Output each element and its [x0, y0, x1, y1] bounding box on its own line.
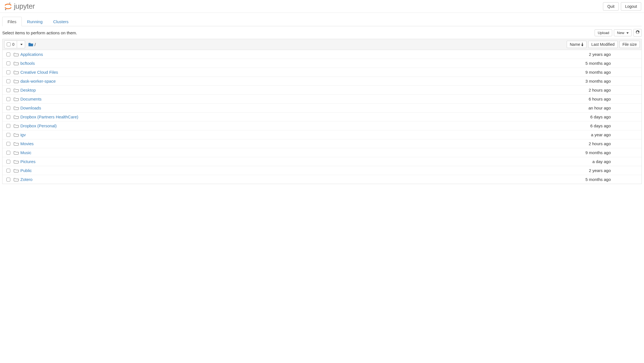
list-header: 0 / Name Last Modified File size — [2, 39, 642, 50]
file-name-link[interactable]: Documents — [20, 97, 558, 101]
file-modified: 6 days ago — [558, 114, 614, 119]
folder-outline-icon — [14, 88, 20, 92]
arrow-down-icon — [581, 43, 583, 46]
row-checkbox[interactable] — [6, 133, 14, 137]
row-checkbox[interactable] — [6, 160, 14, 164]
tab-clusters[interactable]: Clusters — [48, 17, 74, 26]
row-checkbox[interactable] — [6, 142, 14, 146]
row-checkbox[interactable] — [6, 169, 14, 173]
select-all-group: 0 — [4, 40, 25, 48]
col-size-label: File size — [623, 42, 637, 47]
row-checkbox[interactable] — [6, 97, 14, 101]
checkbox-icon — [6, 169, 10, 173]
file-modified: 6 days ago — [558, 123, 614, 128]
sort-size-button[interactable]: File size — [619, 41, 640, 48]
tab-files[interactable]: Files — [2, 17, 22, 26]
file-name-link[interactable]: dask-worker-space — [20, 79, 558, 83]
header: jupyter Quit Logout — [0, 0, 644, 13]
folder-outline-icon — [14, 142, 20, 146]
file-modified: 5 months ago — [558, 61, 614, 66]
folder-outline-icon — [14, 70, 20, 74]
refresh-button[interactable] — [633, 29, 642, 37]
new-dropdown[interactable]: New — [614, 29, 632, 36]
file-modified: 9 months ago — [558, 70, 614, 75]
tab-running[interactable]: Running — [22, 17, 48, 26]
folder-outline-icon — [14, 52, 20, 56]
folder-outline-icon — [14, 115, 20, 119]
file-row: igva year ago — [3, 130, 641, 139]
breadcrumb-root: / — [35, 42, 36, 47]
row-checkbox[interactable] — [6, 61, 14, 65]
row-checkbox[interactable] — [6, 151, 14, 155]
selection-hint: Select items to perform actions on them. — [2, 30, 77, 35]
row-checkbox[interactable] — [6, 106, 14, 110]
breadcrumb[interactable]: / — [28, 42, 36, 47]
checkbox-icon — [6, 124, 10, 128]
file-modified: 3 months ago — [558, 79, 614, 83]
folder-outline-icon — [14, 61, 20, 65]
file-name-link[interactable]: Creative Cloud Files — [20, 70, 558, 75]
folder-outline-icon — [14, 97, 20, 101]
checkbox-icon — [6, 106, 10, 110]
checkbox-icon — [6, 70, 10, 74]
checkbox-icon — [6, 97, 10, 101]
checkbox-icon — [6, 79, 10, 83]
upload-button[interactable]: Upload — [595, 29, 612, 36]
file-name-link[interactable]: Dropbox (Partners HealthCare) — [20, 114, 558, 119]
file-row: bcftools5 months ago — [3, 59, 641, 68]
file-name-link[interactable]: Movies — [20, 141, 558, 146]
file-name-link[interactable]: Desktop — [20, 88, 558, 92]
checkbox-icon — [6, 151, 10, 155]
tabs: Files Running Clusters — [2, 17, 642, 26]
toolbar: Select items to perform actions on them.… — [0, 26, 644, 39]
file-name-link[interactable]: bcftools — [20, 61, 558, 66]
folder-outline-icon — [14, 160, 20, 164]
file-name-link[interactable]: Zotero — [20, 177, 558, 182]
checkbox-icon — [7, 42, 11, 46]
file-name-link[interactable]: igv — [20, 132, 558, 137]
row-checkbox[interactable] — [6, 124, 14, 128]
file-modified: an hour ago — [558, 106, 614, 110]
file-modified: 6 hours ago — [558, 97, 614, 101]
sort-modified-button[interactable]: Last Modified — [588, 41, 617, 48]
row-checkbox[interactable] — [6, 178, 14, 182]
logout-button[interactable]: Logout — [621, 2, 641, 11]
select-dropdown[interactable] — [17, 40, 25, 48]
folder-outline-icon — [14, 133, 20, 137]
file-name-link[interactable]: Applications — [20, 52, 558, 57]
select-all-checkbox[interactable]: 0 — [4, 40, 17, 48]
row-checkbox[interactable] — [6, 70, 14, 74]
row-checkbox[interactable] — [6, 79, 14, 83]
caret-down-icon — [626, 32, 629, 34]
sort-name-button[interactable]: Name — [567, 41, 587, 48]
file-list: Applications2 years agobcftools5 months … — [2, 50, 642, 184]
quit-button[interactable]: Quit — [603, 2, 619, 11]
checkbox-icon — [6, 142, 10, 146]
file-row: Movies2 hours ago — [3, 139, 641, 148]
header-buttons: Quit Logout — [603, 2, 641, 11]
row-checkbox[interactable] — [6, 115, 14, 119]
file-name-link[interactable]: Music — [20, 150, 558, 155]
logo[interactable]: jupyter — [4, 2, 35, 11]
file-row: Documents6 hours ago — [3, 95, 641, 104]
file-modified: 2 years ago — [558, 52, 614, 57]
checkbox-icon — [6, 115, 10, 119]
folder-outline-icon — [14, 169, 20, 173]
caret-down-icon — [20, 44, 23, 45]
jupyter-icon — [4, 2, 12, 11]
file-modified: a year ago — [558, 132, 614, 137]
row-checkbox[interactable] — [6, 52, 14, 56]
checkbox-icon — [6, 52, 10, 56]
file-name-link[interactable]: Pictures — [20, 159, 558, 164]
file-modified: 2 years ago — [558, 168, 614, 173]
file-name-link[interactable]: Public — [20, 168, 558, 173]
checkbox-icon — [6, 133, 10, 137]
file-name-link[interactable]: Downloads — [20, 106, 558, 110]
folder-outline-icon — [14, 178, 20, 182]
file-row: Public2 years ago — [3, 166, 641, 175]
col-name-label: Name — [570, 42, 580, 47]
logo-text: jupyter — [14, 2, 35, 11]
row-checkbox[interactable] — [6, 88, 14, 92]
file-name-link[interactable]: Dropbox (Personal) — [20, 123, 558, 128]
folder-outline-icon — [14, 106, 20, 110]
